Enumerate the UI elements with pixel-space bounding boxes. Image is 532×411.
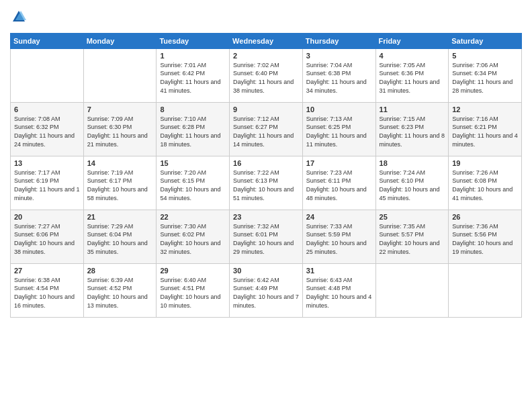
logo bbox=[10, 9, 26, 28]
day-number: 15 bbox=[160, 159, 226, 167]
calendar-cell: 5Sunrise: 7:06 AM Sunset: 6:34 PM Daylig… bbox=[449, 48, 522, 102]
calendar-cell: 11Sunrise: 7:15 AM Sunset: 6:23 PM Dayli… bbox=[375, 102, 449, 156]
calendar-week-1: 1Sunrise: 7:01 AM Sunset: 6:42 PM Daylig… bbox=[11, 48, 522, 102]
day-info: Sunrise: 7:10 AM Sunset: 6:28 PM Dayligh… bbox=[160, 115, 226, 148]
calendar-cell: 12Sunrise: 7:16 AM Sunset: 6:21 PM Dayli… bbox=[449, 102, 522, 156]
day-number: 19 bbox=[452, 159, 518, 167]
day-number: 30 bbox=[233, 267, 299, 275]
calendar-cell: 26Sunrise: 7:36 AM Sunset: 5:56 PM Dayli… bbox=[449, 210, 522, 263]
day-number: 29 bbox=[160, 267, 226, 275]
day-info: Sunrise: 7:35 AM Sunset: 5:57 PM Dayligh… bbox=[380, 222, 445, 256]
day-info: Sunrise: 6:43 AM Sunset: 4:48 PM Dayligh… bbox=[306, 276, 372, 310]
calendar-week-5: 27Sunrise: 6:38 AM Sunset: 4:54 PM Dayli… bbox=[11, 263, 522, 317]
day-info: Sunrise: 7:02 AM Sunset: 6:40 PM Dayligh… bbox=[233, 61, 299, 95]
calendar-cell: 19Sunrise: 7:26 AM Sunset: 6:08 PM Dayli… bbox=[449, 156, 522, 210]
day-info: Sunrise: 7:15 AM Sunset: 6:23 PM Dayligh… bbox=[380, 115, 445, 148]
day-number: 1 bbox=[160, 52, 226, 60]
calendar-cell: 6Sunrise: 7:08 AM Sunset: 6:32 PM Daylig… bbox=[11, 102, 84, 156]
calendar-cell bbox=[11, 48, 84, 102]
weekday-header-tuesday: Tuesday bbox=[157, 33, 230, 48]
day-info: Sunrise: 7:09 AM Sunset: 6:30 PM Dayligh… bbox=[87, 115, 153, 148]
calendar-cell: 27Sunrise: 6:38 AM Sunset: 4:54 PM Dayli… bbox=[11, 263, 84, 317]
day-number: 22 bbox=[160, 213, 226, 221]
day-info: Sunrise: 6:40 AM Sunset: 4:51 PM Dayligh… bbox=[160, 276, 226, 310]
day-number: 24 bbox=[306, 213, 372, 221]
weekday-header-row: SundayMondayTuesdayWednesdayThursdayFrid… bbox=[11, 33, 522, 48]
day-info: Sunrise: 7:08 AM Sunset: 6:32 PM Dayligh… bbox=[14, 115, 80, 148]
weekday-header-monday: Monday bbox=[83, 33, 157, 48]
day-info: Sunrise: 7:06 AM Sunset: 6:34 PM Dayligh… bbox=[452, 61, 518, 95]
calendar-cell: 1Sunrise: 7:01 AM Sunset: 6:42 PM Daylig… bbox=[157, 48, 230, 102]
calendar-week-2: 6Sunrise: 7:08 AM Sunset: 6:32 PM Daylig… bbox=[11, 102, 522, 156]
calendar-cell: 21Sunrise: 7:29 AM Sunset: 6:04 PM Dayli… bbox=[83, 210, 157, 263]
day-number: 14 bbox=[87, 159, 153, 167]
day-number: 9 bbox=[233, 105, 299, 113]
day-info: Sunrise: 7:33 AM Sunset: 5:59 PM Dayligh… bbox=[306, 222, 372, 256]
day-number: 16 bbox=[233, 159, 299, 167]
day-info: Sunrise: 7:20 AM Sunset: 6:15 PM Dayligh… bbox=[160, 169, 226, 202]
calendar-cell: 13Sunrise: 7:17 AM Sunset: 6:19 PM Dayli… bbox=[11, 156, 84, 210]
day-number: 4 bbox=[380, 52, 445, 60]
day-number: 7 bbox=[87, 105, 153, 113]
calendar-cell: 14Sunrise: 7:19 AM Sunset: 6:17 PM Dayli… bbox=[83, 156, 157, 210]
day-info: Sunrise: 7:04 AM Sunset: 6:38 PM Dayligh… bbox=[306, 61, 372, 95]
calendar-cell: 15Sunrise: 7:20 AM Sunset: 6:15 PM Dayli… bbox=[157, 156, 230, 210]
calendar-cell: 31Sunrise: 6:43 AM Sunset: 4:48 PM Dayli… bbox=[302, 263, 375, 317]
calendar-cell: 29Sunrise: 6:40 AM Sunset: 4:51 PM Dayli… bbox=[157, 263, 230, 317]
day-number: 27 bbox=[14, 267, 80, 275]
day-number: 8 bbox=[160, 105, 226, 113]
day-number: 25 bbox=[380, 213, 445, 221]
day-info: Sunrise: 7:27 AM Sunset: 6:06 PM Dayligh… bbox=[14, 222, 80, 256]
day-info: Sunrise: 7:24 AM Sunset: 6:10 PM Dayligh… bbox=[380, 169, 445, 202]
calendar-cell: 17Sunrise: 7:23 AM Sunset: 6:11 PM Dayli… bbox=[302, 156, 375, 210]
weekday-header-wednesday: Wednesday bbox=[230, 33, 303, 48]
weekday-header-sunday: Sunday bbox=[11, 33, 84, 48]
calendar-cell: 16Sunrise: 7:22 AM Sunset: 6:13 PM Dayli… bbox=[230, 156, 303, 210]
calendar-cell: 7Sunrise: 7:09 AM Sunset: 6:30 PM Daylig… bbox=[83, 102, 157, 156]
calendar-cell: 4Sunrise: 7:05 AM Sunset: 6:36 PM Daylig… bbox=[375, 48, 449, 102]
calendar-cell: 30Sunrise: 6:42 AM Sunset: 4:49 PM Dayli… bbox=[230, 263, 303, 317]
day-info: Sunrise: 7:12 AM Sunset: 6:27 PM Dayligh… bbox=[233, 115, 299, 148]
day-info: Sunrise: 7:30 AM Sunset: 6:02 PM Dayligh… bbox=[160, 222, 226, 256]
calendar-cell: 20Sunrise: 7:27 AM Sunset: 6:06 PM Dayli… bbox=[11, 210, 84, 263]
calendar-week-4: 20Sunrise: 7:27 AM Sunset: 6:06 PM Dayli… bbox=[11, 210, 522, 263]
day-info: Sunrise: 7:17 AM Sunset: 6:19 PM Dayligh… bbox=[14, 169, 80, 202]
day-number: 13 bbox=[14, 159, 80, 167]
day-info: Sunrise: 7:19 AM Sunset: 6:17 PM Dayligh… bbox=[87, 169, 153, 202]
calendar-cell bbox=[375, 263, 449, 317]
day-number: 20 bbox=[14, 213, 80, 221]
page-header bbox=[10, 7, 522, 28]
calendar-cell bbox=[449, 263, 522, 317]
day-number: 28 bbox=[87, 267, 153, 275]
logo-icon bbox=[11, 9, 26, 24]
calendar-cell: 18Sunrise: 7:24 AM Sunset: 6:10 PM Dayli… bbox=[375, 156, 449, 210]
day-number: 17 bbox=[306, 159, 372, 167]
day-number: 10 bbox=[306, 105, 372, 113]
day-number: 26 bbox=[452, 213, 518, 221]
calendar-cell: 24Sunrise: 7:33 AM Sunset: 5:59 PM Dayli… bbox=[302, 210, 375, 263]
day-info: Sunrise: 7:29 AM Sunset: 6:04 PM Dayligh… bbox=[87, 222, 153, 256]
weekday-header-friday: Friday bbox=[375, 33, 449, 48]
day-number: 21 bbox=[87, 213, 153, 221]
day-info: Sunrise: 7:01 AM Sunset: 6:42 PM Dayligh… bbox=[160, 61, 226, 95]
day-number: 18 bbox=[380, 159, 445, 167]
day-info: Sunrise: 7:13 AM Sunset: 6:25 PM Dayligh… bbox=[306, 115, 372, 148]
page-container: SundayMondayTuesdayWednesdayThursdayFrid… bbox=[0, 0, 532, 324]
day-info: Sunrise: 7:23 AM Sunset: 6:11 PM Dayligh… bbox=[306, 169, 372, 202]
calendar-cell: 23Sunrise: 7:32 AM Sunset: 6:01 PM Dayli… bbox=[230, 210, 303, 263]
calendar-cell: 28Sunrise: 6:39 AM Sunset: 4:52 PM Dayli… bbox=[83, 263, 157, 317]
calendar-cell: 9Sunrise: 7:12 AM Sunset: 6:27 PM Daylig… bbox=[230, 102, 303, 156]
day-number: 2 bbox=[233, 52, 299, 60]
day-info: Sunrise: 7:26 AM Sunset: 6:08 PM Dayligh… bbox=[452, 169, 518, 202]
calendar-cell: 22Sunrise: 7:30 AM Sunset: 6:02 PM Dayli… bbox=[157, 210, 230, 263]
calendar-cell: 25Sunrise: 7:35 AM Sunset: 5:57 PM Dayli… bbox=[375, 210, 449, 263]
day-number: 31 bbox=[306, 267, 372, 275]
day-info: Sunrise: 6:39 AM Sunset: 4:52 PM Dayligh… bbox=[87, 276, 153, 310]
day-info: Sunrise: 6:42 AM Sunset: 4:49 PM Dayligh… bbox=[233, 276, 299, 310]
day-info: Sunrise: 6:38 AM Sunset: 4:54 PM Dayligh… bbox=[14, 276, 80, 310]
day-number: 12 bbox=[452, 105, 518, 113]
day-number: 23 bbox=[233, 213, 299, 221]
calendar-cell: 3Sunrise: 7:04 AM Sunset: 6:38 PM Daylig… bbox=[302, 48, 375, 102]
day-info: Sunrise: 7:05 AM Sunset: 6:36 PM Dayligh… bbox=[380, 61, 445, 95]
day-info: Sunrise: 7:32 AM Sunset: 6:01 PM Dayligh… bbox=[233, 222, 299, 256]
